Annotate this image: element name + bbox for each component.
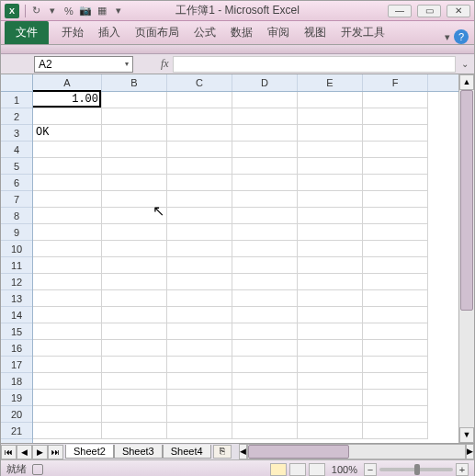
cell-A5[interactable] — [33, 158, 102, 175]
cell-E18[interactable] — [298, 373, 363, 390]
cell-E17[interactable] — [298, 357, 363, 373]
vertical-scrollbar[interactable]: ▲ ▼ — [458, 74, 474, 443]
cell-F13[interactable] — [363, 290, 428, 307]
row-header[interactable]: 15 — [1, 323, 32, 340]
cell-E5[interactable] — [298, 158, 363, 175]
cell-A4[interactable] — [33, 142, 102, 158]
row-header[interactable]: 8 — [1, 208, 32, 224]
cell-B20[interactable] — [102, 406, 167, 423]
cell-F17[interactable] — [363, 357, 428, 373]
cell-C18[interactable] — [167, 373, 232, 390]
cell-C13[interactable] — [167, 290, 232, 307]
cell-A11[interactable] — [33, 257, 102, 274]
row-header[interactable]: 1 — [1, 92, 32, 108]
cell-C11[interactable] — [167, 257, 232, 274]
sheet-tab-sheet4[interactable]: Sheet4 — [163, 445, 211, 459]
cell-B6[interactable] — [102, 175, 167, 191]
cell-D2[interactable] — [232, 108, 298, 125]
row-header[interactable]: 12 — [1, 274, 32, 290]
column-header[interactable]: A — [33, 74, 102, 91]
scroll-down-button[interactable]: ▼ — [459, 427, 474, 443]
cell-B7[interactable] — [102, 191, 167, 208]
column-header[interactable]: C — [167, 74, 232, 91]
cell-B8[interactable] — [102, 208, 167, 224]
cell-F14[interactable] — [363, 307, 428, 323]
select-all-corner[interactable] — [1, 74, 32, 92]
cell-C15[interactable] — [167, 323, 232, 340]
cell-A6[interactable] — [33, 175, 102, 191]
row-header[interactable]: 11 — [1, 257, 32, 274]
cell-C12[interactable] — [167, 274, 232, 290]
cell-C14[interactable] — [167, 307, 232, 323]
row-header[interactable]: 2 — [1, 108, 32, 125]
cell-B14[interactable] — [102, 307, 167, 323]
cell-A9[interactable] — [33, 224, 102, 241]
cell-F4[interactable] — [363, 142, 428, 158]
close-button[interactable]: ✕ — [447, 5, 470, 17]
column-header[interactable]: B — [102, 74, 167, 91]
vscroll-track[interactable] — [459, 90, 474, 427]
cell-C9[interactable] — [167, 224, 232, 241]
cell-B11[interactable] — [102, 257, 167, 274]
cell-A8[interactable] — [33, 208, 102, 224]
row-header[interactable]: 18 — [1, 373, 32, 390]
cell-D3[interactable] — [232, 125, 298, 142]
macro-record-icon[interactable] — [32, 464, 43, 475]
cell-E15[interactable] — [298, 323, 363, 340]
cell-C8[interactable] — [167, 208, 232, 224]
cell-A7[interactable] — [33, 191, 102, 208]
cell-B12[interactable] — [102, 274, 167, 290]
scroll-up-button[interactable]: ▲ — [459, 74, 474, 90]
cell-B16[interactable] — [102, 340, 167, 357]
cell-B13[interactable] — [102, 290, 167, 307]
column-header[interactable]: E — [298, 74, 363, 91]
hscroll-track[interactable] — [247, 444, 466, 459]
qat-customize-icon[interactable]: ▾ — [112, 5, 125, 17]
cell-A3[interactable]: OK — [33, 125, 102, 142]
sheet-tab-sheet3[interactable]: Sheet3 — [114, 445, 163, 459]
cell-C16[interactable] — [167, 340, 232, 357]
cell-E3[interactable] — [298, 125, 363, 142]
name-box-dropdown-icon[interactable]: ▾ — [125, 60, 129, 68]
cell-A19[interactable] — [33, 390, 102, 406]
scroll-left-button[interactable]: ◀ — [239, 444, 247, 459]
insert-table-icon[interactable]: ▦ — [96, 5, 108, 17]
sheet-tab-sheet2[interactable]: Sheet2 — [65, 445, 114, 459]
cell-C10[interactable] — [167, 241, 232, 257]
cell-F19[interactable] — [363, 390, 428, 406]
cell-E13[interactable] — [298, 290, 363, 307]
cell-D19[interactable] — [232, 390, 298, 406]
cell-E14[interactable] — [298, 307, 363, 323]
cell-A13[interactable] — [33, 290, 102, 307]
cell-E9[interactable] — [298, 224, 363, 241]
cell-F8[interactable] — [363, 208, 428, 224]
row-header[interactable]: 19 — [1, 390, 32, 406]
cell-A18[interactable] — [33, 373, 102, 390]
redo-icon[interactable]: ↻ — [29, 5, 42, 17]
cell-A14[interactable] — [33, 307, 102, 323]
cell-C4[interactable] — [167, 142, 232, 158]
cell-D21[interactable] — [232, 423, 298, 439]
row-header[interactable]: 17 — [1, 357, 32, 373]
cell-F21[interactable] — [363, 423, 428, 439]
cell-D20[interactable] — [232, 406, 298, 423]
column-header[interactable]: F — [363, 74, 428, 91]
cell-F1[interactable] — [363, 92, 428, 108]
camera-icon[interactable]: 📷 — [79, 5, 92, 17]
tab-view[interactable]: 视图 — [297, 21, 334, 44]
percent-style-icon[interactable]: % — [62, 5, 75, 17]
horizontal-scrollbar[interactable]: ◀ ▶ — [239, 444, 474, 459]
cell-E6[interactable] — [298, 175, 363, 191]
cell-F15[interactable] — [363, 323, 428, 340]
row-header[interactable]: 13 — [1, 290, 32, 307]
cell-D8[interactable] — [232, 208, 298, 224]
cell-E7[interactable] — [298, 191, 363, 208]
tab-data[interactable]: 数据 — [223, 21, 260, 44]
sheet-first-button[interactable]: ⏮ — [1, 445, 17, 459]
cell-B2[interactable] — [102, 108, 167, 125]
column-header[interactable]: D — [232, 74, 298, 91]
row-header[interactable]: 5 — [1, 158, 32, 175]
cell-C6[interactable] — [167, 175, 232, 191]
undo-dropdown-icon[interactable]: ▾ — [46, 5, 59, 17]
cell-B3[interactable] — [102, 125, 167, 142]
